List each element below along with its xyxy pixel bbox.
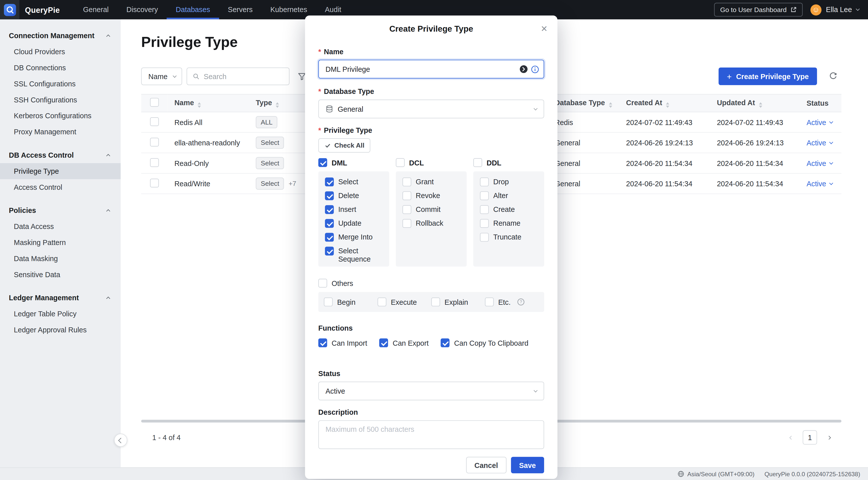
privilege-group-toggle-dcl[interactable]: DCL [396, 158, 467, 167]
group-checkbox-ddl[interactable] [473, 158, 482, 167]
sidebar-section-header-ledger-management[interactable]: Ledger Management [0, 289, 121, 306]
sidebar-item-data-masking[interactable]: Data Masking [0, 250, 121, 267]
sort-icon[interactable] [666, 102, 670, 108]
sidebar-item-data-access[interactable]: Data Access [0, 218, 121, 235]
group-checkbox-dml[interactable] [318, 158, 327, 167]
privilege-option-update[interactable]: Update [325, 219, 382, 228]
checkbox-can-export[interactable] [379, 338, 388, 347]
privilege-option-select[interactable]: Select [325, 177, 382, 186]
nav-tab-servers[interactable]: Servers [219, 0, 261, 19]
sidebar-item-ledger-table-policy[interactable]: Ledger Table Policy [0, 306, 121, 322]
privilege-option-merge-into[interactable]: Merge Into [325, 233, 382, 241]
sort-icon[interactable] [276, 102, 279, 108]
sidebar-item-sensitive-data[interactable]: Sensitive Data [0, 267, 121, 283]
create-privilege-type-button[interactable]: + Create Privilege Type [718, 68, 817, 85]
checkbox-drop[interactable] [480, 177, 489, 186]
nav-tab-databases[interactable]: Databases [167, 0, 219, 19]
description-textarea[interactable] [318, 420, 544, 449]
refresh-button[interactable] [825, 68, 841, 84]
status-dropdown[interactable]: Active [806, 118, 833, 126]
checkbox-commit[interactable] [402, 205, 411, 214]
privilege-option-revoke[interactable]: Revoke [402, 191, 460, 200]
privilege-option-drop[interactable]: Drop [480, 177, 537, 186]
sidebar-item-db-connections[interactable]: DB Connections [0, 60, 121, 76]
others-checkbox[interactable] [318, 279, 327, 287]
sidebar-item-cloud-providers[interactable]: Cloud Providers [0, 44, 121, 60]
checkbox-select[interactable] [325, 177, 334, 186]
privilege-option-select-sequence[interactable]: Select Sequence [325, 246, 382, 263]
column-header-name[interactable]: Name [167, 94, 249, 112]
sidebar-item-ledger-approval-rules[interactable]: Ledger Approval Rules [0, 322, 121, 338]
function-option-can-import[interactable]: Can Import [318, 338, 367, 347]
sidebar-item-kerberos-configurations[interactable]: Kerberos Configurations [0, 108, 121, 124]
function-option-can-export[interactable]: Can Export [379, 338, 429, 347]
sidebar-section-header-policies[interactable]: Policies [0, 202, 121, 218]
checkbox-create[interactable] [480, 205, 489, 214]
others-toggle[interactable]: Others [318, 279, 544, 287]
others-option-begin[interactable]: Begin [324, 298, 378, 306]
save-button[interactable]: Save [510, 457, 544, 474]
privilege-option-alter[interactable]: Alter [480, 191, 537, 200]
checkbox-alter[interactable] [480, 191, 489, 200]
sidebar-collapse-button[interactable] [114, 434, 127, 447]
checkbox-execute[interactable] [377, 298, 386, 306]
user-menu[interactable]: ☺ Ella Lee [810, 4, 859, 15]
others-option-execute[interactable]: Execute [377, 298, 431, 306]
sidebar-section-header-db-access-control[interactable]: DB Access Control [0, 147, 121, 163]
privilege-option-insert[interactable]: Insert [325, 205, 382, 214]
next-page-button[interactable] [824, 433, 834, 443]
checkbox-can-import[interactable] [318, 338, 327, 347]
page-number[interactable]: 1 [803, 430, 817, 445]
checkbox-revoke[interactable] [402, 191, 411, 200]
close-icon[interactable]: ✕ [538, 23, 550, 34]
privilege-group-toggle-dml[interactable]: DML [318, 158, 389, 167]
column-header-updated-at[interactable]: Updated At [710, 94, 800, 112]
select-all-checkbox[interactable] [150, 98, 159, 107]
filter-field-dropdown[interactable]: Name [141, 68, 182, 85]
row-checkbox[interactable] [150, 158, 159, 167]
nav-tab-general[interactable]: General [74, 0, 117, 19]
user-dashboard-button[interactable]: Go to User Dashboard [714, 3, 803, 16]
checkbox-begin[interactable] [324, 298, 333, 306]
check-all-button[interactable]: Check All [318, 138, 371, 152]
privilege-option-rollback[interactable]: Rollback [402, 219, 460, 228]
previous-page-button[interactable] [786, 433, 796, 443]
status-dropdown[interactable]: Active [806, 139, 833, 147]
sidebar-item-ssh-configurations[interactable]: SSH Configurations [0, 92, 121, 108]
privilege-option-truncate[interactable]: Truncate [480, 233, 537, 241]
checkbox-insert[interactable] [325, 205, 334, 214]
status-select[interactable]: Active [318, 382, 544, 401]
sort-icon[interactable] [609, 102, 612, 108]
status-dropdown[interactable]: Active [806, 179, 833, 188]
privilege-group-toggle-ddl[interactable]: DDL [473, 158, 544, 167]
sidebar-item-masking-pattern[interactable]: Masking Pattern [0, 235, 121, 250]
group-checkbox-dcl[interactable] [396, 158, 405, 167]
checkbox-explain[interactable] [431, 298, 440, 306]
database-type-select[interactable]: General [318, 100, 544, 118]
sidebar-item-proxy-management[interactable]: Proxy Management [0, 124, 121, 140]
checkbox-rollback[interactable] [402, 219, 411, 228]
column-header-created-at[interactable]: Created At [619, 94, 710, 112]
others-option-explain[interactable]: Explain [431, 298, 485, 306]
function-option-can-copy-to-clipboard[interactable]: Can Copy To Clipboard [441, 338, 528, 347]
checkbox-select-sequence[interactable] [325, 246, 334, 255]
search-input[interactable] [204, 72, 283, 80]
privilege-option-grant[interactable]: Grant [402, 177, 460, 186]
others-option-etc[interactable]: Etc.? [485, 298, 525, 306]
sidebar-item-access-control[interactable]: Access Control [0, 179, 121, 195]
row-checkbox[interactable] [150, 178, 159, 187]
checkbox-rename[interactable] [480, 219, 489, 228]
checkbox-update[interactable] [325, 219, 334, 228]
privilege-option-create[interactable]: Create [480, 205, 537, 214]
sidebar-item-privilege-type[interactable]: Privilege Type [0, 163, 121, 179]
cancel-button[interactable]: Cancel [466, 457, 506, 474]
checkbox-can-copy-to-clipboard[interactable] [441, 338, 450, 347]
querypie-logo-icon[interactable] [0, 0, 19, 19]
privilege-option-delete[interactable]: Delete [325, 191, 382, 200]
name-input[interactable] [318, 60, 544, 78]
nav-tab-discovery[interactable]: Discovery [118, 0, 167, 19]
row-checkbox[interactable] [150, 117, 159, 126]
sidebar-item-ssl-configurations[interactable]: SSL Configurations [0, 76, 121, 92]
sort-icon[interactable] [759, 102, 762, 108]
column-header-status[interactable]: Status [800, 94, 841, 112]
